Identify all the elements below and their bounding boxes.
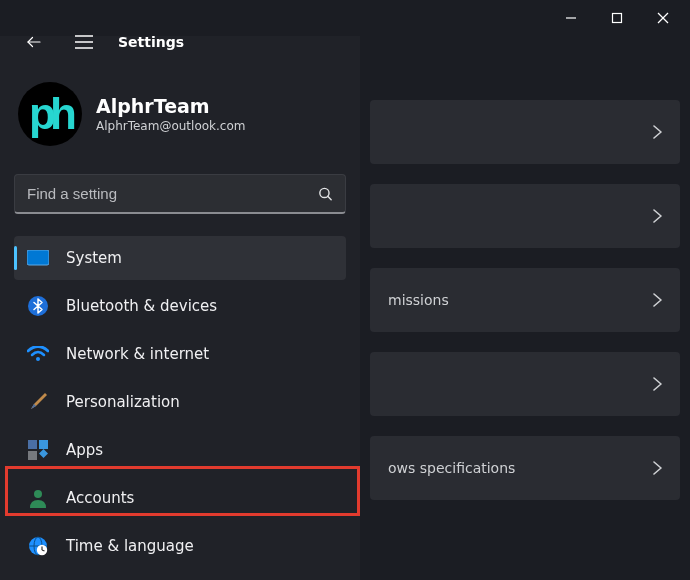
user-email: AlphrTeam@outlook.com <box>96 119 245 133</box>
hamburger-icon <box>75 35 93 49</box>
user-block[interactable]: ph AlphrTeam AlphrTeam@outlook.com <box>14 68 346 160</box>
sidebar-item-label: Apps <box>66 441 103 459</box>
app-title: Settings <box>118 34 184 50</box>
maximize-button[interactable] <box>594 2 640 34</box>
sidebar-header: Settings <box>14 26 346 68</box>
minimize-button[interactable] <box>548 2 594 34</box>
settings-card[interactable]: missions <box>370 268 680 332</box>
settings-window: Settings ph AlphrTeam AlphrTeam@outlook.… <box>0 0 690 580</box>
svg-rect-1 <box>613 14 622 23</box>
user-info: AlphrTeam AlphrTeam@outlook.com <box>96 95 245 133</box>
sidebar-item-label: Bluetooth & devices <box>66 297 217 315</box>
sidebar: Settings ph AlphrTeam AlphrTeam@outlook.… <box>0 36 360 580</box>
search-wrap <box>14 174 346 214</box>
chevron-right-icon <box>653 461 662 475</box>
chevron-right-icon <box>653 377 662 391</box>
svg-rect-10 <box>27 250 49 265</box>
sidebar-item-personalization[interactable]: Personalization <box>14 380 346 424</box>
sidebar-item-accounts[interactable]: Accounts <box>14 476 346 520</box>
sidebar-item-label: System <box>66 249 122 267</box>
sidebar-item-label: Accounts <box>66 489 134 507</box>
svg-point-13 <box>36 357 40 361</box>
sidebar-item-system[interactable]: System <box>14 236 346 280</box>
card-text: ows specifications <box>388 460 515 476</box>
sidebar-item-label: Network & internet <box>66 345 209 363</box>
content: Settings ph AlphrTeam AlphrTeam@outlook.… <box>0 36 690 580</box>
sidebar-item-bluetooth[interactable]: Bluetooth & devices <box>14 284 346 328</box>
sidebar-item-label: Time & language <box>66 537 194 555</box>
back-button[interactable] <box>18 26 50 58</box>
arrow-left-icon <box>25 33 43 51</box>
sidebar-item-label: Personalization <box>66 393 180 411</box>
chevron-right-icon <box>653 125 662 139</box>
close-button[interactable] <box>640 2 686 34</box>
bluetooth-icon <box>26 294 50 318</box>
wifi-icon <box>26 342 50 366</box>
settings-card[interactable] <box>370 352 680 416</box>
settings-card[interactable]: ows specifications <box>370 436 680 500</box>
svg-rect-14 <box>28 440 37 449</box>
user-name: AlphrTeam <box>96 95 245 117</box>
svg-rect-15 <box>39 440 48 449</box>
svg-rect-16 <box>28 451 37 460</box>
search-icon <box>317 186 334 203</box>
paintbrush-icon <box>26 390 50 414</box>
apps-icon <box>26 438 50 462</box>
svg-point-18 <box>34 490 42 498</box>
settings-card[interactable] <box>370 184 680 248</box>
sidebar-nav: System Bluetooth & devices Network & int… <box>14 236 346 568</box>
search-input[interactable] <box>14 174 346 214</box>
card-text: missions <box>388 292 449 308</box>
sidebar-item-time-language[interactable]: Time & language <box>14 524 346 568</box>
chevron-right-icon <box>653 293 662 307</box>
settings-card[interactable] <box>370 100 680 164</box>
sidebar-item-network[interactable]: Network & internet <box>14 332 346 376</box>
nav-menu-button[interactable] <box>68 26 100 58</box>
main-panel: missions ows specifications <box>360 36 690 580</box>
svg-marker-17 <box>39 449 48 458</box>
chevron-right-icon <box>653 209 662 223</box>
accounts-icon <box>26 486 50 510</box>
sidebar-item-apps[interactable]: Apps <box>14 428 346 472</box>
avatar: ph <box>18 82 82 146</box>
svg-line-9 <box>328 196 331 199</box>
time-language-icon <box>26 534 50 558</box>
system-icon <box>26 246 50 270</box>
